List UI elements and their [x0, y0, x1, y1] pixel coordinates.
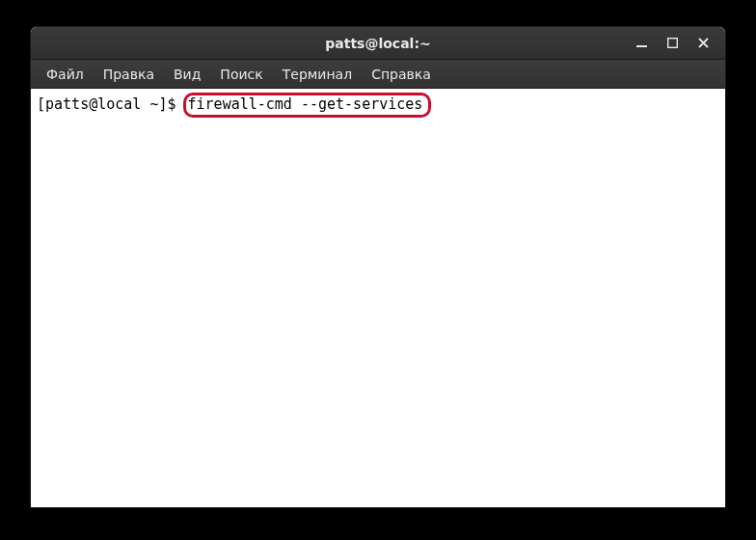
minimize-icon — [636, 38, 647, 48]
menu-file[interactable]: Файл — [37, 63, 94, 86]
menubar: Файл Правка Вид Поиск Терминал Справка — [31, 60, 725, 89]
terminal-body[interactable]: [patts@local ~]$ firewall-cmd --get-serv… — [31, 89, 725, 507]
menu-edit[interactable]: Правка — [94, 63, 164, 86]
window-title: patts@local:~ — [325, 36, 430, 51]
menu-terminal[interactable]: Терминал — [273, 63, 362, 86]
maximize-button[interactable] — [663, 35, 681, 52]
menu-view[interactable]: Вид — [164, 63, 210, 86]
outer-frame: patts@local:~ Файл Правка Вид Поиск Терм… — [0, 0, 756, 540]
svg-rect-1 — [667, 39, 677, 48]
terminal-line: [patts@local ~]$ firewall-cmd --get-serv… — [37, 95, 431, 113]
window-controls — [633, 27, 719, 59]
terminal-window: patts@local:~ Файл Правка Вид Поиск Терм… — [31, 27, 725, 507]
close-icon — [698, 38, 709, 48]
svg-rect-0 — [636, 45, 647, 47]
prompt: [patts@local ~]$ — [37, 95, 185, 113]
command-highlight: firewall-cmd --get-services — [183, 93, 432, 118]
minimize-button[interactable] — [633, 35, 650, 52]
maximize-icon — [667, 38, 678, 48]
titlebar: patts@local:~ — [31, 27, 725, 60]
menu-search[interactable]: Поиск — [210, 63, 272, 86]
command-text: firewall-cmd --get-services — [188, 95, 423, 113]
close-button[interactable] — [694, 35, 712, 52]
menu-help[interactable]: Справка — [362, 63, 441, 86]
